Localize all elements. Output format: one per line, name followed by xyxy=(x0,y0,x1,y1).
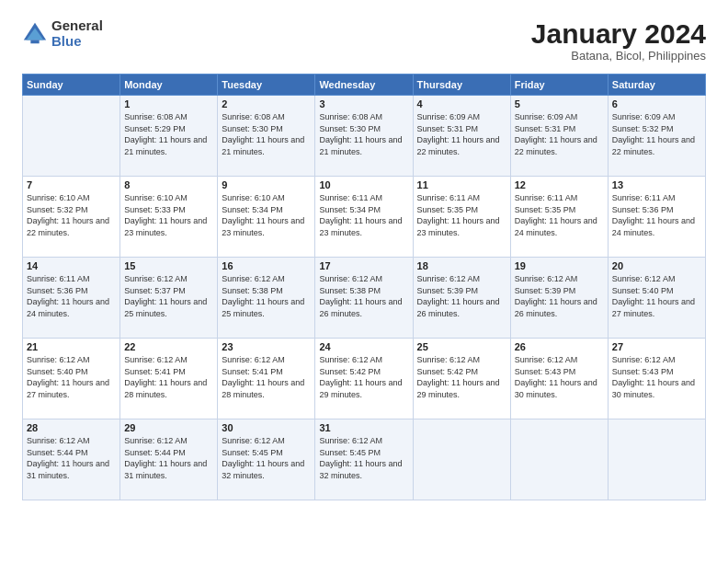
calendar-week-4: 21Sunrise: 6:12 AMSunset: 5:40 PMDayligh… xyxy=(23,339,706,419)
calendar-cell xyxy=(510,419,608,500)
calendar-table: SundayMondayTuesdayWednesdayThursdayFrid… xyxy=(22,74,706,500)
col-header-thursday: Thursday xyxy=(413,75,510,96)
day-detail: Sunrise: 6:09 AMSunset: 5:31 PMDaylight:… xyxy=(515,111,604,157)
calendar-cell xyxy=(413,419,510,500)
calendar-cell: 23Sunrise: 6:12 AMSunset: 5:41 PMDayligh… xyxy=(218,339,315,419)
calendar-cell: 30Sunrise: 6:12 AMSunset: 5:45 PMDayligh… xyxy=(218,419,315,500)
day-detail: Sunrise: 6:12 AMSunset: 5:41 PMDaylight:… xyxy=(124,354,213,400)
calendar-cell: 25Sunrise: 6:12 AMSunset: 5:42 PMDayligh… xyxy=(413,339,510,419)
calendar-cell: 19Sunrise: 6:12 AMSunset: 5:39 PMDayligh… xyxy=(510,258,608,339)
header: General Blue January 2024 Batana, Bicol,… xyxy=(22,18,706,63)
day-number: 10 xyxy=(319,179,408,190)
day-detail: Sunrise: 6:12 AMSunset: 5:44 PMDaylight:… xyxy=(27,435,116,481)
day-detail: Sunrise: 6:12 AMSunset: 5:39 PMDaylight:… xyxy=(417,273,506,319)
day-number: 20 xyxy=(612,260,701,271)
day-number: 31 xyxy=(319,422,408,433)
calendar-cell xyxy=(608,419,705,500)
calendar-cell: 20Sunrise: 6:12 AMSunset: 5:40 PMDayligh… xyxy=(608,258,705,339)
day-detail: Sunrise: 6:12 AMSunset: 5:40 PMDaylight:… xyxy=(612,273,701,319)
day-detail: Sunrise: 6:09 AMSunset: 5:32 PMDaylight:… xyxy=(612,111,701,157)
day-detail: Sunrise: 6:12 AMSunset: 5:41 PMDaylight:… xyxy=(222,354,311,400)
day-number: 1 xyxy=(124,98,213,109)
calendar-week-5: 28Sunrise: 6:12 AMSunset: 5:44 PMDayligh… xyxy=(23,419,706,500)
col-header-sunday: Sunday xyxy=(23,75,120,96)
day-detail: Sunrise: 6:08 AMSunset: 5:30 PMDaylight:… xyxy=(319,111,408,157)
day-detail: Sunrise: 6:12 AMSunset: 5:40 PMDaylight:… xyxy=(27,354,116,400)
day-number: 26 xyxy=(515,341,604,352)
calendar-cell: 13Sunrise: 6:11 AMSunset: 5:36 PMDayligh… xyxy=(608,177,705,258)
month-title: January 2024 xyxy=(531,18,706,49)
col-header-wednesday: Wednesday xyxy=(315,75,413,96)
calendar-cell: 24Sunrise: 6:12 AMSunset: 5:42 PMDayligh… xyxy=(315,339,413,419)
logo: General Blue xyxy=(22,18,103,49)
day-detail: Sunrise: 6:12 AMSunset: 5:45 PMDaylight:… xyxy=(222,435,311,481)
day-detail: Sunrise: 6:12 AMSunset: 5:42 PMDaylight:… xyxy=(417,354,506,400)
logo-blue: Blue xyxy=(51,34,103,50)
calendar-cell: 14Sunrise: 6:11 AMSunset: 5:36 PMDayligh… xyxy=(23,258,120,339)
calendar-cell: 17Sunrise: 6:12 AMSunset: 5:38 PMDayligh… xyxy=(315,258,413,339)
calendar-cell: 22Sunrise: 6:12 AMSunset: 5:41 PMDayligh… xyxy=(120,339,218,419)
day-detail: Sunrise: 6:09 AMSunset: 5:31 PMDaylight:… xyxy=(417,111,506,157)
day-number: 2 xyxy=(222,98,311,109)
calendar-cell: 5Sunrise: 6:09 AMSunset: 5:31 PMDaylight… xyxy=(510,96,608,177)
day-number: 3 xyxy=(319,98,408,109)
day-number: 11 xyxy=(417,179,506,190)
calendar-cell: 3Sunrise: 6:08 AMSunset: 5:30 PMDaylight… xyxy=(315,96,413,177)
calendar-cell: 21Sunrise: 6:12 AMSunset: 5:40 PMDayligh… xyxy=(23,339,120,419)
svg-rect-2 xyxy=(30,40,39,43)
day-number: 7 xyxy=(27,179,116,190)
day-detail: Sunrise: 6:08 AMSunset: 5:30 PMDaylight:… xyxy=(222,111,311,157)
calendar-cell: 10Sunrise: 6:11 AMSunset: 5:34 PMDayligh… xyxy=(315,177,413,258)
day-detail: Sunrise: 6:12 AMSunset: 5:44 PMDaylight:… xyxy=(124,435,213,481)
page: General Blue January 2024 Batana, Bicol,… xyxy=(0,0,728,563)
day-number: 21 xyxy=(27,341,116,352)
day-detail: Sunrise: 6:12 AMSunset: 5:38 PMDaylight:… xyxy=(222,273,311,319)
day-number: 23 xyxy=(222,341,311,352)
day-detail: Sunrise: 6:12 AMSunset: 5:43 PMDaylight:… xyxy=(515,354,604,400)
day-detail: Sunrise: 6:12 AMSunset: 5:38 PMDaylight:… xyxy=(319,273,408,319)
calendar-cell: 2Sunrise: 6:08 AMSunset: 5:30 PMDaylight… xyxy=(218,96,315,177)
day-number: 9 xyxy=(222,179,311,190)
day-number: 22 xyxy=(124,341,213,352)
day-detail: Sunrise: 6:12 AMSunset: 5:39 PMDaylight:… xyxy=(515,273,604,319)
day-number: 12 xyxy=(515,179,604,190)
day-detail: Sunrise: 6:11 AMSunset: 5:36 PMDaylight:… xyxy=(612,192,701,238)
calendar-cell: 28Sunrise: 6:12 AMSunset: 5:44 PMDayligh… xyxy=(23,419,120,500)
day-number: 6 xyxy=(612,98,701,109)
day-detail: Sunrise: 6:11 AMSunset: 5:36 PMDaylight:… xyxy=(27,273,116,319)
calendar-cell: 6Sunrise: 6:09 AMSunset: 5:32 PMDaylight… xyxy=(608,96,705,177)
calendar-cell: 29Sunrise: 6:12 AMSunset: 5:44 PMDayligh… xyxy=(120,419,218,500)
logo-text: General Blue xyxy=(51,18,103,49)
calendar-cell: 8Sunrise: 6:10 AMSunset: 5:33 PMDaylight… xyxy=(120,177,218,258)
logo-general: General xyxy=(51,18,103,34)
location: Batana, Bicol, Philippines xyxy=(531,49,706,63)
day-detail: Sunrise: 6:08 AMSunset: 5:29 PMDaylight:… xyxy=(124,111,213,157)
day-number: 28 xyxy=(27,422,116,433)
day-number: 13 xyxy=(612,179,701,190)
calendar-cell: 15Sunrise: 6:12 AMSunset: 5:37 PMDayligh… xyxy=(120,258,218,339)
day-number: 25 xyxy=(417,341,506,352)
day-number: 18 xyxy=(417,260,506,271)
day-detail: Sunrise: 6:11 AMSunset: 5:35 PMDaylight:… xyxy=(417,192,506,238)
calendar-cell: 12Sunrise: 6:11 AMSunset: 5:35 PMDayligh… xyxy=(510,177,608,258)
day-detail: Sunrise: 6:10 AMSunset: 5:34 PMDaylight:… xyxy=(222,192,311,238)
day-number: 27 xyxy=(612,341,701,352)
day-number: 15 xyxy=(124,260,213,271)
col-header-saturday: Saturday xyxy=(608,75,705,96)
day-detail: Sunrise: 6:11 AMSunset: 5:35 PMDaylight:… xyxy=(515,192,604,238)
day-detail: Sunrise: 6:12 AMSunset: 5:42 PMDaylight:… xyxy=(319,354,408,400)
day-detail: Sunrise: 6:10 AMSunset: 5:33 PMDaylight:… xyxy=(124,192,213,238)
day-number: 19 xyxy=(515,260,604,271)
day-detail: Sunrise: 6:12 AMSunset: 5:37 PMDaylight:… xyxy=(124,273,213,319)
calendar-cell: 31Sunrise: 6:12 AMSunset: 5:45 PMDayligh… xyxy=(315,419,413,500)
day-number: 16 xyxy=(222,260,311,271)
day-number: 8 xyxy=(124,179,213,190)
calendar-cell: 4Sunrise: 6:09 AMSunset: 5:31 PMDaylight… xyxy=(413,96,510,177)
calendar-week-1: 1Sunrise: 6:08 AMSunset: 5:29 PMDaylight… xyxy=(23,96,706,177)
day-number: 30 xyxy=(222,422,311,433)
logo-icon xyxy=(22,21,48,47)
col-header-tuesday: Tuesday xyxy=(218,75,315,96)
calendar-week-2: 7Sunrise: 6:10 AMSunset: 5:32 PMDaylight… xyxy=(23,177,706,258)
day-detail: Sunrise: 6:10 AMSunset: 5:32 PMDaylight:… xyxy=(27,192,116,238)
col-header-friday: Friday xyxy=(510,75,608,96)
